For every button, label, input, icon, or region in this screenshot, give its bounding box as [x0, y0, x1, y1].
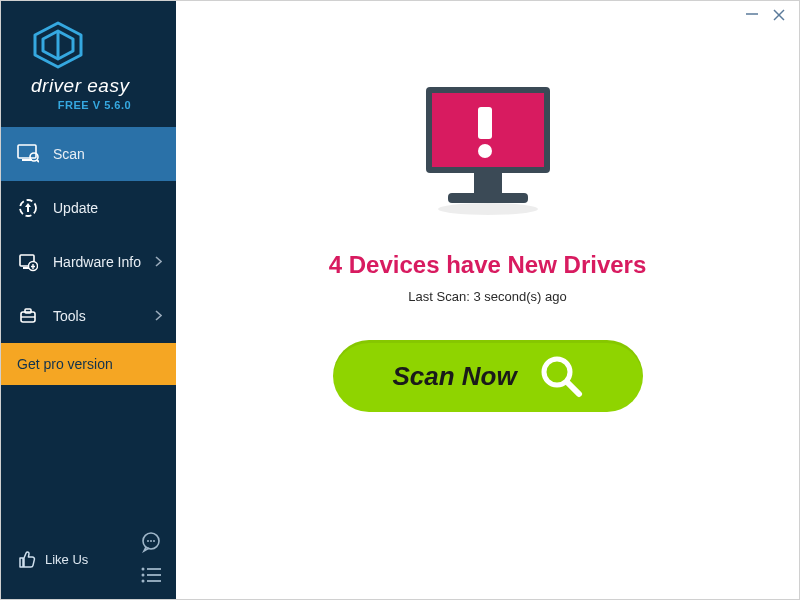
main-panel: 4 Devices have New Drivers Last Scan: 3 …	[176, 1, 799, 599]
svg-rect-32	[474, 173, 502, 193]
chevron-right-icon	[155, 309, 162, 324]
like-us-label: Like Us	[45, 552, 88, 567]
sidebar: driver easy FREE V 5.6.0 Scan Update Har…	[1, 1, 176, 600]
window-controls	[731, 1, 799, 29]
menu-list-icon[interactable]	[140, 567, 162, 587]
svg-point-19	[147, 540, 149, 542]
update-icon	[17, 197, 39, 219]
sidebar-item-scan[interactable]: Scan	[1, 127, 176, 181]
thumbs-up-icon	[17, 549, 37, 569]
svg-point-31	[478, 144, 492, 158]
like-us-button[interactable]: Like Us	[17, 549, 88, 569]
close-button[interactable]	[773, 7, 785, 24]
chevron-right-icon	[155, 255, 162, 270]
app-brand: driver easy	[31, 75, 158, 97]
last-scan-text: Last Scan: 3 second(s) ago	[408, 289, 566, 304]
sidebar-item-get-pro[interactable]: Get pro version	[1, 343, 176, 385]
magnifier-icon	[539, 354, 583, 398]
scan-now-label: Scan Now	[392, 361, 516, 392]
minimize-button[interactable]	[745, 7, 759, 24]
svg-rect-6	[18, 145, 36, 158]
sidebar-item-hardware-info[interactable]: Hardware Info	[1, 235, 176, 289]
app-version: FREE V 5.6.0	[31, 99, 158, 111]
status-illustration	[408, 81, 568, 225]
sidebar-item-label: Hardware Info	[53, 254, 141, 270]
sidebar-item-label: Scan	[53, 146, 85, 162]
sidebar-nav: Scan Update Hardware Info Tools	[1, 127, 176, 385]
svg-point-26	[142, 580, 145, 583]
logo-block: driver easy FREE V 5.6.0	[1, 1, 176, 121]
svg-marker-11	[25, 203, 31, 212]
svg-point-20	[150, 540, 152, 542]
svg-line-9	[37, 160, 39, 162]
sidebar-item-label: Tools	[53, 308, 86, 324]
svg-rect-30	[478, 107, 492, 139]
sidebar-item-tools[interactable]: Tools	[1, 289, 176, 343]
scan-icon	[17, 143, 39, 165]
svg-line-36	[567, 382, 579, 394]
svg-point-24	[142, 574, 145, 577]
svg-point-34	[438, 203, 538, 215]
tools-icon	[17, 305, 39, 327]
svg-point-21	[153, 540, 155, 542]
hardware-icon	[17, 251, 39, 273]
sidebar-footer: Like Us	[1, 521, 176, 600]
svg-point-22	[142, 568, 145, 571]
svg-rect-33	[448, 193, 528, 203]
svg-rect-16	[25, 309, 31, 313]
sidebar-item-label: Get pro version	[17, 356, 113, 372]
scan-now-button[interactable]: Scan Now	[333, 340, 643, 412]
status-heading: 4 Devices have New Drivers	[329, 251, 647, 279]
monitor-alert-icon	[408, 81, 568, 221]
sidebar-item-update[interactable]: Update	[1, 181, 176, 235]
feedback-icon[interactable]	[140, 531, 162, 557]
sidebar-item-label: Update	[53, 200, 98, 216]
app-logo-icon	[31, 21, 85, 69]
